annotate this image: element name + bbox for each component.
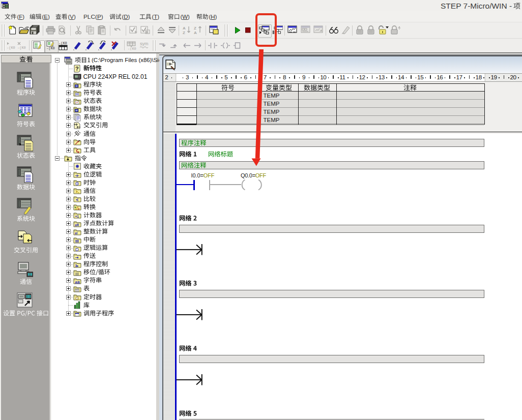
svg-text:-(K0: -(K0 [128, 47, 136, 50]
svg-text:A: A [194, 31, 197, 35]
svg-text:?: ? [75, 66, 79, 72]
svg-text:±I: ±I [75, 231, 78, 235]
svg-text:3▸: 3▸ [75, 264, 79, 267]
svg-text:Z: Z [183, 31, 185, 35]
svg-text:-(K0: -(K0 [17, 46, 26, 50]
svg-text:+1: +1 [75, 215, 79, 218]
svg-text:±R: ±R [75, 223, 79, 227]
svg-text:Z: Z [194, 26, 196, 31]
svg-text:-(K0: -(K0 [59, 41, 67, 45]
svg-text:sym: sym [140, 41, 149, 46]
svg-text:-(K0: -(K0 [7, 46, 15, 50]
svg-text:A: A [183, 26, 186, 31]
svg-text:AB: AB [75, 280, 80, 284]
